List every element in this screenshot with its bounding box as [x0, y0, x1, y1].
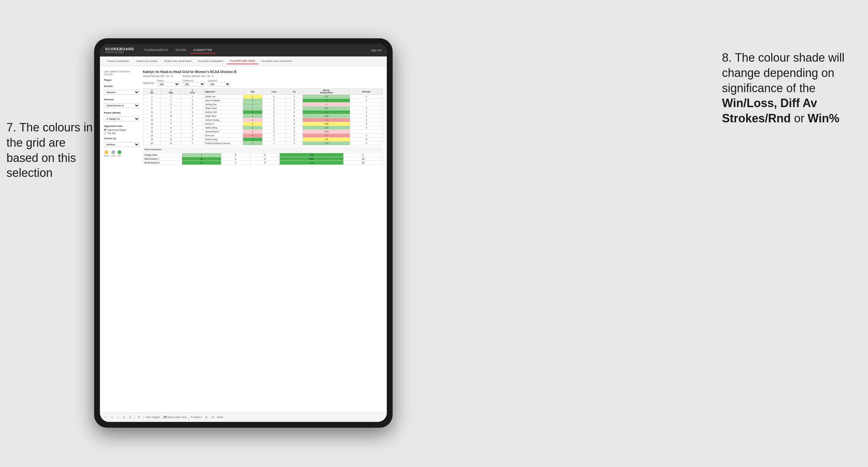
out-div-rounds: 10	[344, 161, 383, 165]
cell-loss: 2	[262, 122, 285, 126]
save-custom-btn[interactable]: 💾 Save Custom View	[164, 416, 187, 418]
forward-btn[interactable]: ⟩	[116, 415, 120, 419]
table-row: 14 7 4 Eunice Yi 2 2 0 0.38 9	[143, 122, 383, 126]
refresh-btn[interactable]: ↺	[128, 415, 132, 419]
out-div-rounds: 30	[344, 157, 383, 161]
cell-tie: 0	[285, 142, 303, 145]
sub-nav-team-h2h-grid[interactable]: TEAM H2H GRID	[133, 58, 161, 64]
cell-diff: 0.3	[303, 137, 350, 142]
cell-opponent: Jessica Mason	[204, 130, 243, 134]
out-div-diff: 9.267	[279, 157, 343, 161]
cell-div: 13	[143, 118, 161, 122]
cell-div: 3	[143, 95, 161, 99]
sub-nav-team-h2h-heatmap[interactable]: TEAM H2H HEATMAP	[161, 58, 195, 64]
col-rounds: Rounds	[350, 89, 383, 95]
cell-tie: 0	[285, 126, 303, 130]
division-label: Division	[104, 98, 140, 101]
cell-win: 0	[243, 118, 262, 122]
sidebar-colour-by-section: Colour by Win/loss	[104, 137, 140, 147]
legend-level: Level	[111, 150, 115, 157]
cell-conf: 5	[181, 126, 204, 130]
table-row: 13 1 1 Jessica Huang 0 1 0 -3 2	[143, 118, 383, 122]
redo-btn[interactable]: ↪	[110, 415, 114, 419]
cell-div: 18	[143, 134, 161, 137]
cell-opponent: Jessica Huang	[204, 118, 243, 122]
nav-item-committee[interactable]: COMMITTEE	[190, 47, 216, 54]
gender-select[interactable]: Women's	[104, 90, 140, 95]
cell-tie: 0	[285, 102, 303, 106]
cell-diff: 1.5	[303, 95, 350, 99]
cell-tie: 0	[285, 122, 303, 126]
cell-reg: 10	[161, 137, 181, 142]
logo-text: SCOREBOARD	[105, 48, 134, 51]
col-div: #Div	[143, 89, 161, 95]
cell-loss: 0	[262, 114, 285, 118]
out-div-team: NCAA Division 2	[143, 161, 182, 165]
region-select[interactable]: (All)	[157, 82, 180, 86]
toolbar-divider-2	[144, 415, 144, 420]
col-opponent: Opponent	[204, 89, 243, 95]
col-conf: #Conf	[181, 89, 204, 95]
grid-records: Overall Record: 353 - 34 - 6 Division Re…	[143, 75, 383, 77]
cell-opponent: Sharon Mun	[204, 106, 243, 110]
cell-div: 10	[143, 110, 161, 114]
cell-div: 11	[143, 114, 161, 118]
cell-diff: 3.67	[303, 106, 350, 110]
cell-diff: 3.33	[303, 114, 350, 118]
cell-tie: 0	[285, 99, 303, 102]
table-row: 9 1 4 Sharon Mun 1 0 0 3.67 3	[143, 106, 383, 110]
radio-dot-top100	[104, 132, 106, 134]
table-row: 11 11 3 Heejo Hyun 1 0 0 3.33 3	[143, 114, 383, 118]
table-row: 18 2 2 Euna Lee 0 2 0 -5 2	[143, 134, 383, 137]
opponent-select[interactable]: (All)	[208, 82, 230, 86]
share-btn[interactable]: Share	[217, 416, 223, 418]
grid-title: Katelyn Vo Head-to-Head Grid for Women's…	[143, 70, 383, 74]
opponent-view-section: Opponent view Opponents Played Top 100	[104, 125, 140, 134]
radio-top100[interactable]: Top 100	[104, 132, 140, 134]
out-div-table-row: NCAA Division 2 5 0 0 7.4 10	[143, 161, 383, 165]
sub-nav-player-h2h-grid[interactable]: PLAYER H2H GRID	[227, 58, 258, 64]
sign-out[interactable]: Sign out	[371, 49, 381, 52]
timer-btn[interactable]: ⏱	[136, 415, 142, 419]
cell-rounds	[350, 102, 383, 106]
cell-win: 1	[243, 99, 262, 102]
colour-by-select[interactable]: Win/loss	[104, 142, 140, 147]
grid-btn[interactable]: ⊟	[211, 415, 215, 419]
out-of-division-table: Foreign Team 1 0 0 4.5 2 NAIA Division 1…	[143, 153, 383, 165]
cell-win: 2	[243, 142, 262, 145]
radio-opponents-played[interactable]: Opponents Played	[104, 128, 140, 131]
colour-by-label: Colour by	[104, 137, 140, 140]
sub-nav-player-summary[interactable]: PLAYER SUMMARY	[195, 58, 227, 64]
sub-nav-team-summary[interactable]: TEAM SUMMARY	[104, 58, 133, 64]
cell-loss: 0	[262, 95, 285, 99]
cell-loss: 1	[262, 118, 285, 122]
opponent-view-label: Opponent view	[104, 125, 140, 128]
table-row: 19 10 6 Emily Chang 4 1 0 0.3 11	[143, 137, 383, 142]
tablet-frame: SCOREBOARD Powered by clippd TOURNAMENTS…	[94, 38, 393, 428]
cell-opponent: Andrea York	[204, 110, 243, 114]
nav-item-tournaments[interactable]: TOURNAMENTS	[141, 47, 171, 54]
out-div-win: 1	[182, 153, 221, 157]
cell-reg: 6	[161, 110, 181, 114]
cell-tie: 0	[285, 137, 303, 142]
nav-item-teams[interactable]: TEAMS	[172, 47, 189, 54]
cell-rounds: 4	[350, 110, 383, 114]
undo-btn[interactable]: ↩	[103, 415, 108, 419]
overall-record: Overall Record: 353 - 34 - 6	[143, 75, 173, 77]
cell-rounds: 4	[350, 126, 383, 130]
view-original-btn[interactable]: View: Original	[146, 416, 160, 418]
cell-loss: 0	[262, 99, 285, 102]
cell-opponent: Federica Domecq Lacroze	[204, 142, 243, 145]
legend-dot-down	[104, 150, 108, 154]
division-select[interactable]: NCAA Division III	[104, 103, 140, 108]
layout-btn[interactable]: ⊞	[204, 415, 209, 419]
col-win: Win	[243, 89, 262, 95]
copy-btn[interactable]: ⧉	[122, 415, 126, 419]
player-rank-select[interactable]: 8. Katelyn Vo	[104, 117, 140, 121]
conference-label: Conference	[182, 80, 205, 82]
watch-btn[interactable]: 👁 Watch ▾	[191, 416, 202, 418]
conference-select[interactable]: (All)	[182, 82, 205, 86]
cell-rounds: 2	[350, 118, 383, 122]
out-div-team: Foreign Team	[143, 153, 182, 157]
sub-nav-player-h2h-heatmap[interactable]: PLAYER H2H HEATMAP	[258, 58, 296, 64]
